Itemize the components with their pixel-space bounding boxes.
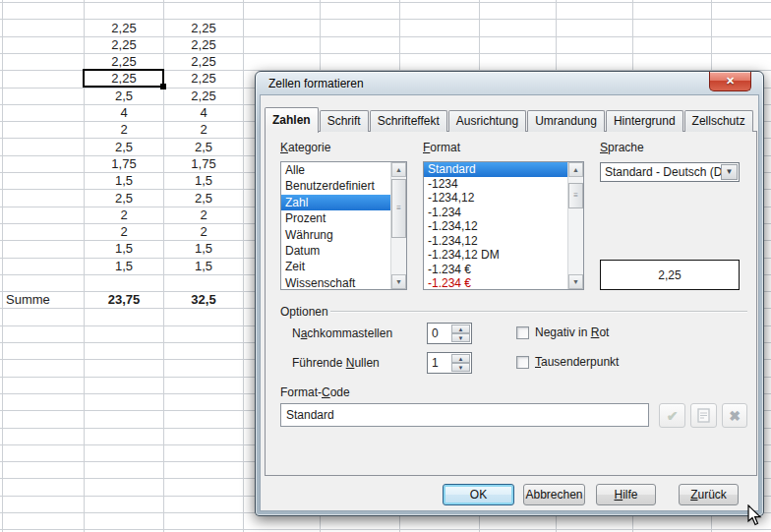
category-label: Kategorie: [280, 141, 330, 154]
leading-zeros-stepper[interactable]: 1 ▲ ▼: [427, 352, 472, 374]
category-item[interactable]: Wissenschaft: [281, 275, 406, 290]
category-scrollbar[interactable]: ▲ ≡ ▼: [390, 162, 406, 289]
category-item[interactable]: Prozent: [281, 210, 406, 226]
language-combobox[interactable]: Standard - Deutsch (De ▼: [600, 162, 740, 182]
scroll-up-icon[interactable]: ▲: [391, 162, 406, 177]
thousands-label: Tausenderpunkt: [535, 355, 619, 369]
spin-down-icon[interactable]: ▼: [451, 333, 470, 342]
spreadsheet-cell[interactable]: 2: [85, 207, 163, 223]
format-cells-dialog: Zellen formatieren ✕ ZahlenSchriftSchrif…: [255, 71, 764, 516]
preview-value: 2,25: [658, 268, 681, 282]
spreadsheet-cell[interactable]: 4: [85, 104, 163, 121]
ok-button[interactable]: OK: [443, 484, 514, 505]
spreadsheet-cell[interactable]: 2,25: [85, 53, 163, 70]
category-listbox[interactable]: AlleBenutzerdefiniertZahlProzentWährungD…: [280, 161, 407, 290]
tab-zahlen[interactable]: Zahlen: [265, 107, 319, 133]
spreadsheet-cell[interactable]: 1,5: [85, 258, 163, 274]
spreadsheet-cell[interactable]: 2,25: [164, 19, 243, 35]
scroll-up-icon[interactable]: ▲: [568, 162, 583, 177]
spreadsheet-cell[interactable]: 2: [164, 207, 243, 223]
spin-down-icon[interactable]: ▼: [451, 363, 470, 372]
category-item[interactable]: Datum: [281, 243, 406, 259]
tab-hintergrund[interactable]: Hintergrund: [606, 110, 683, 132]
spreadsheet-cell[interactable]: 1,5: [85, 172, 163, 189]
tab-schrifteffekt[interactable]: Schrifteffekt: [370, 110, 447, 132]
spreadsheet-cell[interactable]: 2,25: [85, 19, 163, 35]
spreadsheet-cell[interactable]: 2,25: [85, 36, 163, 53]
spreadsheet-cell[interactable]: 23,75: [85, 291, 163, 308]
negative-red-checkbox[interactable]: [516, 326, 529, 339]
comment-icon: [697, 408, 710, 423]
format-item[interactable]: -1.234,12: [424, 234, 583, 249]
spreadsheet-cell[interactable]: 1,75: [85, 155, 163, 172]
spreadsheet-cell[interactable]: 2,5: [164, 189, 243, 206]
category-item[interactable]: Zahl: [281, 195, 406, 210]
decimals-stepper[interactable]: 0 ▲ ▼: [427, 323, 472, 344]
format-preview: 2,25: [600, 260, 740, 290]
abbrechen-button[interactable]: Abbrechen: [523, 484, 585, 505]
spreadsheet-cell[interactable]: 1,5: [164, 258, 243, 274]
edit-comment-button[interactable]: [690, 403, 717, 428]
category-item[interactable]: Zeit: [281, 259, 406, 274]
hilfe-button[interactable]: Hilfe: [596, 484, 656, 505]
spreadsheet-cell[interactable]: 2,5: [85, 189, 163, 206]
spreadsheet-cell[interactable]: 32,5: [164, 291, 243, 308]
spreadsheet-cell[interactable]: 2,5: [164, 138, 243, 154]
format-item[interactable]: -1234,12: [424, 191, 583, 206]
spreadsheet-cell[interactable]: 2,5: [85, 88, 163, 104]
format-item[interactable]: -1.234: [424, 206, 583, 220]
spreadsheet-cell[interactable]: Summe: [3, 291, 87, 308]
tab-page-zahlen: Kategorie AlleBenutzerdefiniertZahlProze…: [265, 131, 757, 476]
format-label: Format: [423, 141, 460, 154]
format-item[interactable]: -1.234 €: [424, 263, 583, 277]
negative-red-label: Negativ in Rot: [535, 325, 609, 339]
tab-umrandung[interactable]: Umrandung: [527, 110, 605, 132]
spreadsheet-cell[interactable]: 2: [164, 223, 243, 240]
category-item[interactable]: Alle: [281, 162, 406, 178]
tab-schrift[interactable]: Schrift: [320, 110, 369, 132]
spreadsheet-cell[interactable]: 2,25: [164, 53, 243, 70]
format-item[interactable]: -1.234,12: [424, 219, 583, 234]
tab-ausrichtung[interactable]: Ausrichtung: [448, 110, 526, 132]
spreadsheet-cell[interactable]: 1,5: [164, 172, 243, 189]
chevron-down-icon[interactable]: ▼: [721, 164, 738, 180]
delete-format-button[interactable]: ✖: [722, 403, 747, 428]
spreadsheet-cell[interactable]: 1,75: [164, 155, 243, 172]
spreadsheet-cell[interactable]: 2: [85, 121, 163, 138]
thousands-checkbox[interactable]: [516, 356, 529, 369]
format-item[interactable]: -1.234,12 DM: [424, 248, 583, 263]
tab-zellschutz[interactable]: Zellschutz: [684, 110, 753, 132]
spreadsheet-cell[interactable]: 1,5: [85, 240, 163, 257]
spreadsheet-cell[interactable]: 2: [85, 223, 163, 240]
spreadsheet-cell[interactable]: 2: [164, 121, 243, 138]
zurück-button[interactable]: Zurück: [679, 484, 739, 505]
spin-up-icon[interactable]: ▲: [451, 325, 470, 333]
dialog-button-row: OKAbbrechenHilfeZurück: [261, 484, 758, 505]
scrollbar-thumb[interactable]: ≡: [391, 179, 406, 238]
format-listbox[interactable]: Standard-1234-1234,12-1.234-1.234,12-1.2…: [423, 161, 584, 290]
fill-handle[interactable]: [160, 84, 166, 89]
format-item[interactable]: -1.234 €: [424, 276, 583, 290]
spin-up-icon[interactable]: ▲: [451, 354, 470, 363]
spreadsheet-cell[interactable]: 4: [164, 104, 243, 121]
selected-cell[interactable]: [83, 69, 164, 89]
format-code-input[interactable]: Standard: [280, 403, 649, 427]
category-item[interactable]: Währung: [281, 227, 406, 243]
apply-format-button[interactable]: ✔: [659, 403, 685, 428]
scroll-down-icon[interactable]: ▼: [568, 274, 583, 289]
scrollbar-thumb[interactable]: ≡: [568, 183, 583, 208]
negative-red-checkbox-row: Negativ in Rot: [516, 325, 609, 339]
spreadsheet-cell[interactable]: 1,5: [164, 240, 243, 257]
spreadsheet-cell[interactable]: 2,5: [85, 138, 163, 154]
gridline: [2, 0, 3, 532]
spreadsheet-cell[interactable]: 2,25: [164, 88, 243, 104]
spreadsheet-cell[interactable]: 2,25: [164, 36, 243, 53]
format-item[interactable]: Standard: [424, 162, 583, 177]
format-item[interactable]: -1234: [424, 177, 583, 192]
category-item[interactable]: Benutzerdefiniert: [281, 178, 406, 194]
spreadsheet-cell[interactable]: 2,25: [164, 70, 243, 87]
thousands-checkbox-row: Tausenderpunkt: [516, 355, 619, 369]
close-button[interactable]: ✕: [709, 72, 751, 91]
format-scrollbar[interactable]: ▲ ≡ ▼: [567, 162, 583, 289]
scroll-down-icon[interactable]: ▼: [391, 274, 406, 289]
